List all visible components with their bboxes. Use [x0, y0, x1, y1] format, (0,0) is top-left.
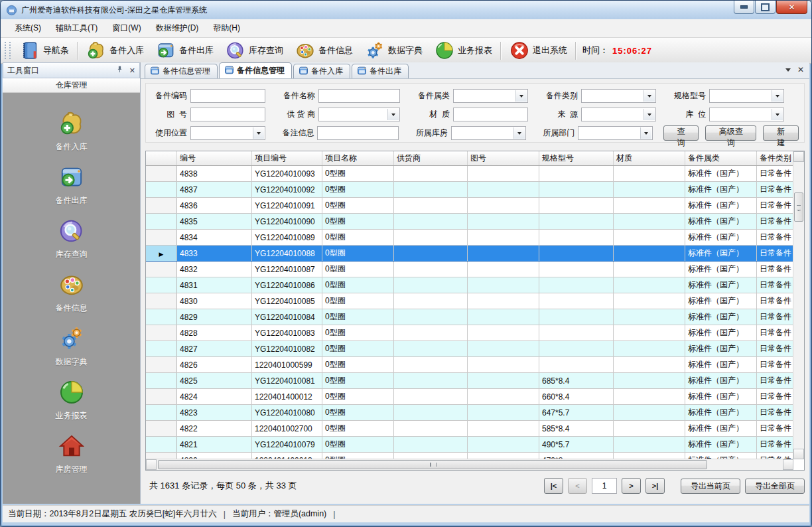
row-selector[interactable]: [146, 405, 177, 421]
table-row[interactable]: 4821YG122040100790型圈490*5.7标准件（国产）日常备件PC: [146, 437, 793, 453]
scroll-up-button[interactable]: [793, 151, 804, 162]
tab-part-in[interactable]: 备件入库: [293, 64, 350, 78]
row-selector[interactable]: [146, 357, 177, 373]
column-header-3[interactable]: 供货商: [394, 151, 468, 166]
table-row[interactable]: ▶4833YG122040100880型圈标准件（国产）日常备件M: [146, 246, 793, 262]
column-header-0[interactable]: 编号: [177, 151, 252, 166]
sidebar-item-stock-query[interactable]: 库存查询: [56, 218, 88, 260]
advanced-query-button[interactable]: 高级查询: [705, 125, 756, 141]
table-row[interactable]: 4825YG122040100810型圈685*8.4标准件（国产）日常备件PC: [146, 373, 793, 389]
part-name-input[interactable]: [318, 89, 400, 103]
sidebar-item-part-info[interactable]: 备件信息: [56, 271, 88, 314]
row-selector[interactable]: [146, 293, 177, 309]
row-selector[interactable]: [146, 166, 177, 182]
table-row[interactable]: 4823YG122040100800型圈647*5.7标准件（国产）日常备件PC: [146, 405, 793, 421]
table-row[interactable]: 4829YG122040100840型圈标准件（国产）日常备件M: [146, 309, 793, 325]
export-all-pages-button[interactable]: 导出全部页: [745, 479, 805, 494]
column-header-7[interactable]: 备件属类: [685, 151, 757, 166]
tab-part-out[interactable]: 备件出库: [352, 64, 409, 78]
remark-input[interactable]: [317, 126, 399, 140]
supplier-select[interactable]: [318, 108, 400, 121]
row-selector[interactable]: [146, 389, 177, 405]
toolbar-button-part-out[interactable]: 备件出库: [150, 39, 220, 62]
row-selector[interactable]: [146, 262, 177, 277]
query-button[interactable]: 查询: [663, 125, 699, 141]
menu-system[interactable]: 系统(S): [7, 20, 48, 37]
table-row[interactable]: 4827YG122040100820型圈标准件（国产）日常备件M: [146, 341, 793, 357]
tab-close-icon[interactable]: ✕: [797, 65, 804, 74]
table-row[interactable]: 482412204014000120型圈660*8.4标准件（国产）日常备件PC: [146, 389, 793, 405]
source-select[interactable]: [581, 108, 656, 121]
table-row[interactable]: 482612204010005990型圈标准件（国产）日常备件M: [146, 357, 793, 373]
column-header-1[interactable]: 项目编号: [252, 151, 322, 166]
pager-next-button[interactable]: >: [622, 478, 641, 494]
row-selector[interactable]: [146, 421, 177, 437]
pin-icon[interactable]: [115, 65, 124, 76]
sidebar-item-part-in[interactable]: 备件入库: [56, 110, 88, 153]
table-row[interactable]: 4830YG122040100850型圈标准件（国产）日常备件M: [146, 293, 793, 309]
menu-tools[interactable]: 辅助工具(T): [48, 20, 105, 37]
table-row[interactable]: 4838YG122040100930型圈标准件（国产）日常备件M: [146, 166, 793, 182]
toolbar-grip-handle[interactable]: [5, 42, 11, 59]
sidebar-item-report[interactable]: 业务报表: [56, 379, 88, 421]
table-row[interactable]: 482212204010027000型圈585*8.4标准件（国产）日常备件PC: [146, 421, 793, 437]
material-input[interactable]: [453, 108, 528, 121]
toolbar-button-stock-query[interactable]: 库存查询: [220, 39, 289, 62]
toolbar-button-exit[interactable]: 退出系统: [504, 39, 573, 62]
pager-prev-button[interactable]: <: [568, 478, 587, 494]
toolbar-button-data-dict[interactable]: 数据字典: [359, 39, 429, 62]
table-row[interactable]: 4832YG122040100870型圈标准件（国产）日常备件M: [146, 262, 793, 277]
tab-part-info-mgmt-1[interactable]: 备件信息管理: [145, 64, 218, 78]
row-selector[interactable]: [146, 198, 177, 214]
menu-data-maint[interactable]: 数据维护(D): [149, 20, 206, 37]
tab-part-info-mgmt-2[interactable]: 备件信息管理: [219, 62, 292, 78]
chevron-down-icon[interactable]: [785, 68, 791, 74]
row-selector[interactable]: [146, 230, 177, 246]
department-select[interactable]: [578, 126, 653, 140]
pager-last-button[interactable]: >|: [645, 478, 665, 494]
row-selector[interactable]: ▶: [146, 246, 177, 262]
column-header-4[interactable]: 图号: [468, 151, 539, 166]
warehouse-select[interactable]: [451, 126, 526, 140]
page-number-input[interactable]: [592, 478, 617, 494]
column-header-2[interactable]: 项目名称: [322, 151, 394, 166]
menu-window[interactable]: 窗口(W): [105, 20, 148, 37]
table-row[interactable]: 4837YG122040100920型圈标准件（国产）日常备件M: [146, 182, 793, 198]
sidebar-item-data-dict[interactable]: 数据字典: [56, 325, 88, 368]
row-selector[interactable]: [146, 214, 177, 230]
spec-model-select[interactable]: [709, 89, 784, 103]
scroll-right-button[interactable]: [783, 459, 793, 470]
column-header-6[interactable]: 材质: [614, 151, 685, 166]
part-class-select[interactable]: [453, 89, 528, 103]
column-header-5[interactable]: 规格型号: [539, 151, 614, 166]
toolbar-button-part-in[interactable]: 备件入库: [80, 39, 150, 62]
toolbar-button-navbar[interactable]: 导航条: [14, 39, 75, 62]
table-row[interactable]: 4831YG122040100860型圈标准件（国产）日常备件M: [146, 277, 793, 293]
sidebar-item-part-out[interactable]: 备件出库: [56, 164, 88, 206]
menu-help[interactable]: 帮助(H): [206, 20, 247, 37]
toolbar-button-part-info[interactable]: 备件信息: [289, 39, 359, 62]
close-icon[interactable]: ✕: [129, 66, 135, 75]
sidebar-item-warehouse-mgmt[interactable]: 库房管理: [56, 433, 88, 475]
row-selector[interactable]: [146, 325, 177, 341]
close-button[interactable]: ✕: [776, 1, 807, 14]
v-scroll-thumb[interactable]: [794, 192, 803, 222]
table-row[interactable]: 4834YG122040100890型圈标准件（国产）日常备件M: [146, 230, 793, 246]
table-row[interactable]: 4828YG122040100830型圈标准件（国产）日常备件M: [146, 325, 793, 341]
part-code-input[interactable]: [190, 89, 265, 103]
export-current-page-button[interactable]: 导出当前页: [681, 479, 740, 494]
h-scrollbar[interactable]: [146, 459, 793, 470]
scroll-left-button[interactable]: [146, 459, 157, 470]
row-selector[interactable]: [146, 182, 177, 198]
table-row[interactable]: 4836YG122040100910型圈标准件（国产）日常备件M: [146, 198, 793, 214]
use-position-select[interactable]: [190, 126, 265, 140]
h-scroll-thumb[interactable]: [158, 460, 707, 469]
column-header-8[interactable]: 备件类别: [757, 151, 794, 166]
table-row[interactable]: 4835YG122040100900型圈标准件（国产）日常备件M: [146, 214, 793, 230]
row-selector[interactable]: [146, 341, 177, 357]
drawing-no-input[interactable]: [190, 108, 265, 121]
scroll-down-button[interactable]: [793, 449, 804, 459]
row-selector[interactable]: [146, 277, 177, 293]
pager-first-button[interactable]: |<: [544, 478, 563, 494]
row-selector[interactable]: [146, 437, 177, 453]
